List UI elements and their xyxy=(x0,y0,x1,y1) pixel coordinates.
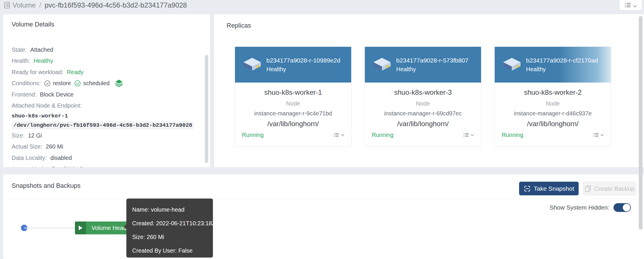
data-locality-label: Data Locality: xyxy=(12,155,47,161)
volume-details-list: State: Attached Health: Healthy Ready fo… xyxy=(12,44,198,167)
replica-menu-button[interactable] xyxy=(333,133,344,137)
detail-row-state: State: Attached xyxy=(12,44,198,56)
condition-scheduled[interactable]: scheduled xyxy=(74,80,110,87)
replica-node-name: shuo-k8s-worker-3 xyxy=(365,88,481,97)
replica-status: Running xyxy=(372,132,394,138)
page-actions-menu-button[interactable] xyxy=(620,0,642,10)
attached-node-value: shuo-k8s-worker-1 xyxy=(12,111,198,120)
replica-node-name: shuo-k8s-worker-2 xyxy=(495,88,611,97)
replica-card-header: b234177a9028-r-cf2170ad Healthy xyxy=(495,47,611,83)
breadcrumb-separator: / xyxy=(39,1,41,9)
detail-row-actual-size: Actual Size: 260 Mi xyxy=(12,141,198,153)
condition-restore[interactable]: restore xyxy=(44,80,71,87)
endpoint-path-row: /dev/longhorn/pvc-fb16f593-496d-4c56-b3d… xyxy=(12,120,198,130)
longhorn-volume-page: { "topbar": { "section": "Volume", "sepa… xyxy=(0,0,644,259)
page-scrollbar[interactable] xyxy=(639,16,643,230)
replicas-panel: Replicas b234177a9028-r-10989e2d Healthy xyxy=(214,14,644,167)
replica-menu-button[interactable] xyxy=(593,133,604,137)
frontend-label: Frontend: xyxy=(12,91,37,98)
volume-head-button[interactable]: Volume Head xyxy=(75,222,132,234)
top-bar: Volume / pvc-fb16f593-496d-4c56-b3d2-b23… xyxy=(0,0,644,12)
snapshots-title: Snapshots and Backups xyxy=(12,182,80,190)
state-value: Attached xyxy=(30,47,53,53)
size-label: Size: xyxy=(12,132,24,139)
replica-card-header: b234177a9028-r-573fb807 Healthy xyxy=(365,47,481,83)
take-snapshot-label: Take Snapshot xyxy=(534,185,574,192)
actual-size-label: Actual Size: xyxy=(12,143,42,150)
play-icon xyxy=(75,222,86,234)
detail-row-conditions: Conditions: restore scheduled xyxy=(12,78,198,89)
disk-icon xyxy=(372,57,392,72)
health-value: Healthy xyxy=(33,58,53,64)
replica-data-path: /var/lib/longhorn/ xyxy=(235,120,351,128)
show-system-hidden-label: Show System Hidden: xyxy=(549,204,609,211)
detail-row-frontend: Frontend: Block Device xyxy=(12,89,198,100)
replica-card-body: shuo-k8s-worker-2 Node instance-manager-… xyxy=(495,88,611,128)
tooltip-created-by-user: Created By User: False xyxy=(132,244,207,258)
detail-row-ready: Ready for workload: Ready xyxy=(12,67,198,78)
replica-card-body: shuo-k8s-worker-1 Node instance-manager-… xyxy=(235,88,351,128)
replica-header-text: b234177a9028-r-573fb807 Healthy xyxy=(396,57,469,73)
tooltip-name: Name: volume-head xyxy=(132,203,207,217)
copy-icon xyxy=(585,185,591,192)
tooltip-size: Size: 260 Mi xyxy=(132,230,207,244)
replica-name: b234177a9028-r-10989e2d xyxy=(266,57,340,64)
replica-card-header: b234177a9028-r-10989e2d Healthy xyxy=(235,47,351,83)
create-backup-label: Create Backup xyxy=(594,185,635,192)
replica-data-path: /var/lib/longhorn/ xyxy=(495,120,611,128)
detail-row-endpoint-label: Attached Node & Endpoint: xyxy=(12,100,198,112)
replica-instance-manager: instance-manager-r-69cd97ec xyxy=(365,110,481,117)
snapshots-divider xyxy=(3,199,644,199)
check-circle-icon xyxy=(74,80,81,87)
ready-value: Ready xyxy=(67,69,84,76)
volume-details-panel: Volume Details State: Attached Health: H… xyxy=(3,14,210,167)
check-circle-icon xyxy=(44,80,51,87)
replica-card-footer: Running xyxy=(495,128,611,138)
replica-card-footer: Running xyxy=(365,128,481,138)
volume-head-tooltip: Name: volume-head Created: 2022-06-21T10… xyxy=(126,199,213,258)
replica-header-text: b234177a9028-r-10989e2d Healthy xyxy=(266,57,340,73)
breadcrumb: Volume / pvc-fb16f593-496d-4c56-b3d2-b23… xyxy=(4,1,187,9)
unordered-list-icon xyxy=(625,3,631,8)
layers-icon[interactable] xyxy=(115,79,123,87)
take-snapshot-button[interactable]: Take Snapshot xyxy=(519,182,579,195)
tooltip-created: Created: 2022-06-21T10:23:18Z xyxy=(132,217,207,230)
breadcrumb-section-volume[interactable]: Volume xyxy=(12,1,36,9)
volume-icon xyxy=(4,1,10,9)
chevron-down-icon xyxy=(633,5,637,8)
volume-details-title: Volume Details xyxy=(12,21,54,28)
create-backup-button[interactable]: Create Backup xyxy=(583,182,636,195)
replica-status: Running xyxy=(242,132,264,138)
detail-row-data-locality: Data Locality: disabled xyxy=(12,152,198,164)
replica-data-path: /var/lib/longhorn/ xyxy=(365,120,481,128)
tooltip-arrow xyxy=(124,224,127,229)
replica-node-name: shuo-k8s-worker-1 xyxy=(235,88,351,97)
replica-card: b234177a9028-r-10989e2d Healthy shuo-k8s… xyxy=(235,47,351,147)
scan-icon xyxy=(524,185,531,192)
replica-card-footer: Running xyxy=(235,128,351,138)
toggle-knob xyxy=(623,204,630,211)
replica-health: Healthy xyxy=(396,66,469,73)
replica-name: b234177a9028-r-573fb807 xyxy=(396,57,469,64)
breadcrumb-volume-name: pvc-fb16f593-496d-4c56-b3d2-b234177a9028 xyxy=(45,1,187,9)
replica-menu-button[interactable] xyxy=(463,133,474,137)
snapshot-timeline-line xyxy=(24,228,75,228)
replica-card: b234177a9028-r-cf2170ad Healthy shuo-k8s… xyxy=(494,47,611,147)
ready-label: Ready for workload: xyxy=(12,69,63,76)
replica-name: b234177a9028-r-cf2170ad xyxy=(526,57,598,64)
access-mode-value: ReadWriteOnce xyxy=(52,166,93,167)
replica-status: Running xyxy=(502,132,523,138)
health-label: Health: xyxy=(12,58,30,64)
details-panel-scrollbar[interactable] xyxy=(205,55,208,163)
show-system-hidden-toggle[interactable] xyxy=(613,203,631,212)
replicas-title: Replicas xyxy=(227,22,251,29)
access-mode-label: Access Mode: xyxy=(12,166,48,167)
endpoint-label: Attached Node & Endpoint: xyxy=(12,102,82,109)
size-value: 12 Gi xyxy=(28,132,42,139)
data-locality-value: disabled xyxy=(50,155,72,161)
replica-instance-manager: instance-manager-r-9c4e71bd xyxy=(235,110,351,117)
detail-row-access-mode: Access Mode: ReadWriteOnce xyxy=(12,164,198,167)
replica-health: Healthy xyxy=(526,66,598,73)
replica-card-body: shuo-k8s-worker-3 Node instance-manager-… xyxy=(365,88,481,128)
disk-icon xyxy=(502,57,521,72)
